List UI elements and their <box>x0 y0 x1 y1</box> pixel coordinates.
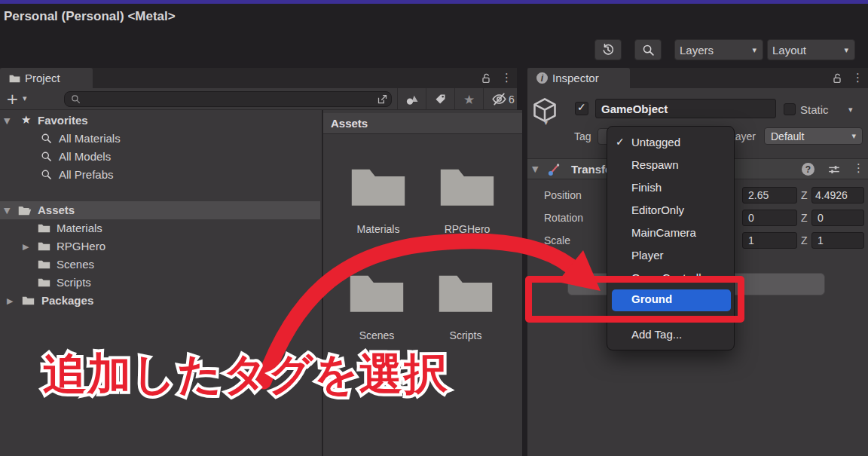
folder-item-rpghero[interactable]: RPGHero <box>438 160 497 208</box>
menu-item-add-tag[interactable]: Add Tag... <box>607 324 734 347</box>
folder-item-scenes[interactable]: Scenes <box>347 266 406 314</box>
tree-label: Assets <box>38 204 75 216</box>
star-icon: ★ <box>463 92 475 107</box>
collapse-icon[interactable]: ▼ <box>4 116 10 126</box>
info-icon: i <box>536 72 548 84</box>
folder-item-materials[interactable]: Materials <box>349 160 408 208</box>
help-icon[interactable]: ? <box>802 163 815 176</box>
rotation-y-value: 0 <box>748 212 754 224</box>
rotation-z-field[interactable]: 0 <box>811 210 864 226</box>
folder-icon <box>38 259 50 269</box>
check-icon: ✓ <box>577 101 586 113</box>
chevron-down-icon: ▾ <box>752 45 756 55</box>
tree-row-assets[interactable]: ▼ Assets <box>0 201 320 219</box>
menu-item-label: EditorOnly <box>631 204 684 216</box>
kebab-menu-icon[interactable]: ⋮ <box>852 72 863 84</box>
scale-label: Scale <box>544 234 570 246</box>
project-search-input[interactable] <box>84 93 377 105</box>
rotation-label: Rotation <box>544 212 583 224</box>
search-icon <box>41 133 52 144</box>
position-y-value: 2.65 <box>748 189 769 201</box>
expand-icon[interactable]: ▶ <box>7 296 13 306</box>
history-button[interactable] <box>594 39 622 60</box>
folder-icon <box>38 240 50 251</box>
position-label: Position <box>544 189 582 201</box>
menu-item-player[interactable]: Player <box>607 245 734 268</box>
assets-grid-header: Assets <box>323 113 522 134</box>
add-asset-button[interactable]: + <box>6 90 19 108</box>
chevron-down-icon[interactable]: ▾ <box>23 93 27 103</box>
window-title: Personal (Personal) <Metal> <box>4 9 176 24</box>
collapse-icon[interactable]: ▼ <box>4 206 10 216</box>
z-axis-label: Z <box>801 189 808 201</box>
tree-row-all-materials[interactable]: All Materials <box>0 130 320 148</box>
title-accent-strip <box>0 0 868 4</box>
gameobject-name-field[interactable]: GameObject <box>595 99 776 118</box>
tree-label: Scenes <box>57 258 94 271</box>
lock-open-icon[interactable] <box>831 72 843 84</box>
static-checkbox[interactable] <box>784 103 796 115</box>
tab-inspector[interactable]: i Inspector <box>527 68 630 88</box>
tree-row-rpghero[interactable]: ▶ RPGHero <box>0 237 320 256</box>
kebab-menu-icon[interactable]: ⋮ <box>853 163 864 174</box>
folder-icon <box>38 222 50 233</box>
lock-open-icon[interactable] <box>480 72 492 84</box>
tree-label: Packages <box>41 294 93 307</box>
position-y-field[interactable]: 2.65 <box>742 187 797 204</box>
layout-dropdown[interactable]: Layout ▾ <box>767 39 855 60</box>
rotation-y-field[interactable]: 0 <box>742 210 797 226</box>
tree-row-all-prefabs[interactable]: All Prefabs <box>0 166 320 184</box>
tree-row-materials[interactable]: Materials <box>0 219 320 237</box>
chevron-down-icon[interactable]: ▾ <box>848 105 853 115</box>
folder-icon <box>38 277 50 287</box>
hidden-packages-button[interactable]: 6 <box>483 88 522 110</box>
assets-grid: Assets Materials RPGHero Scenes Scripts <box>322 110 522 456</box>
search-icon <box>642 44 655 57</box>
expand-icon[interactable]: ▶ <box>23 242 29 252</box>
chevron-down-icon[interactable]: ▾ <box>544 118 548 127</box>
menu-item-finish[interactable]: Finish <box>607 177 734 200</box>
z-axis-label: Z <box>801 212 808 224</box>
presets-icon[interactable] <box>827 163 841 176</box>
search-by-type-button[interactable] <box>397 88 426 110</box>
position-z-field[interactable]: 4.4926 <box>811 187 864 204</box>
search-icon <box>41 151 52 162</box>
hidden-count: 6 <box>509 93 515 106</box>
tree-label: Materials <box>57 222 102 234</box>
folder-icon <box>436 266 495 314</box>
menu-item-label: Untagged <box>631 136 680 148</box>
folder-open-icon <box>18 204 32 216</box>
kebab-menu-icon[interactable]: ⋮ <box>501 72 512 84</box>
open-in-window-icon[interactable] <box>377 93 388 105</box>
folder-item-scripts[interactable]: Scripts <box>436 266 495 314</box>
folder-label: RPGHero <box>422 223 512 235</box>
folder-label: Scenes <box>332 329 422 341</box>
shapes-icon <box>405 93 419 106</box>
search-by-label-button[interactable] <box>426 88 454 110</box>
layers-dropdown[interactable]: Layers ▾ <box>674 39 763 60</box>
folder-label: Scripts <box>420 329 511 341</box>
tab-project[interactable]: Project <box>0 68 93 88</box>
menu-item-untagged[interactable]: ✓ Untagged <box>607 132 734 155</box>
menu-item-maincamera[interactable]: MainCamera <box>607 222 734 245</box>
project-search-field[interactable] <box>64 91 392 107</box>
menu-item-respawn[interactable]: Respawn <box>607 155 734 177</box>
tree-row-packages[interactable]: ▶ Packages <box>0 292 320 310</box>
scale-y-field[interactable]: 1 <box>742 232 797 249</box>
save-search-button[interactable]: ★ <box>454 88 483 110</box>
annotation-highlight-box <box>525 276 744 323</box>
history-icon <box>601 43 615 57</box>
menu-item-editoronly[interactable]: EditorOnly <box>607 200 734 222</box>
active-checkbox[interactable]: ✓ <box>575 102 588 115</box>
tree-label: RPGHero <box>57 240 105 252</box>
layer-dropdown[interactable]: Default ▾ <box>764 127 863 145</box>
scale-z-field[interactable]: 1 <box>811 232 864 249</box>
tree-row-scenes[interactable]: Scenes <box>0 256 320 274</box>
collapse-icon[interactable]: ▼ <box>532 164 538 174</box>
menu-item-label: Respawn <box>631 158 679 171</box>
layer-value: Default <box>771 130 804 142</box>
search-button[interactable] <box>634 39 662 60</box>
tree-row-favorites[interactable]: ▼ ★ Favorites <box>0 112 320 130</box>
tree-row-scripts[interactable]: Scripts <box>0 274 320 292</box>
tree-row-all-models[interactable]: All Models <box>0 148 320 166</box>
